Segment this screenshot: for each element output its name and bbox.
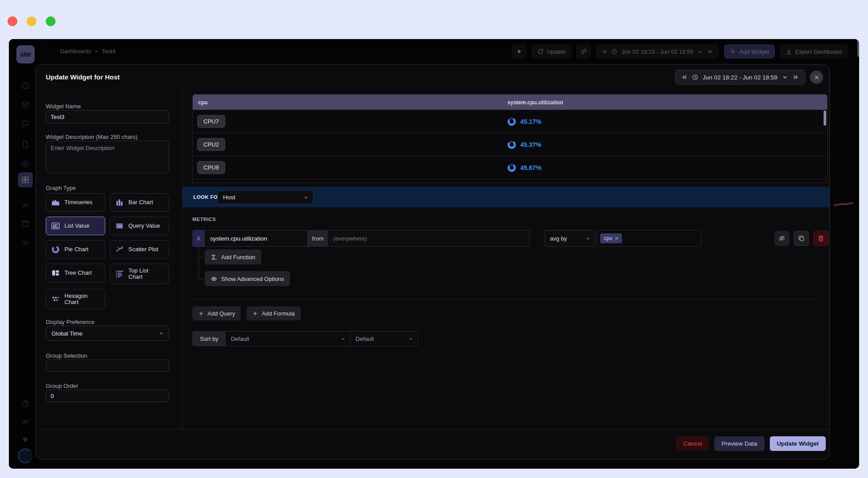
plus-icon bbox=[252, 311, 258, 316]
graph-type-grid: Timeseries Bar Chart List Value 123 Quer… bbox=[46, 193, 169, 309]
section-divider bbox=[192, 299, 820, 300]
cpu-badge: CPU9 bbox=[197, 161, 225, 174]
close-icon bbox=[814, 75, 819, 80]
metrics-section-label: METRICS bbox=[192, 217, 216, 222]
chevron-double-left-icon[interactable] bbox=[681, 74, 688, 80]
group-order-label: Group Order bbox=[46, 383, 78, 389]
sort-field-select[interactable]: Default bbox=[226, 332, 350, 346]
gauge-ring-icon bbox=[506, 115, 518, 127]
chevron-down-icon bbox=[782, 74, 788, 80]
group-by-tags-input[interactable]: cpu bbox=[597, 230, 701, 247]
chevron-down-icon bbox=[408, 336, 413, 341]
top-list-chart-icon bbox=[115, 269, 124, 278]
add-query-button[interactable]: Add Query bbox=[192, 306, 241, 320]
group-order-input[interactable] bbox=[46, 390, 169, 402]
scatter-plot-icon bbox=[115, 245, 124, 254]
chevron-down-icon bbox=[585, 236, 590, 241]
graph-type-top-list-chart[interactable]: Top List Chart bbox=[110, 264, 169, 284]
graph-type-tree-chart[interactable]: Tree Chart bbox=[46, 264, 105, 282]
widget-description-label: Widget Description (Max 250 chars) bbox=[46, 134, 138, 140]
graph-type-timeseries[interactable]: Timeseries bbox=[46, 193, 105, 212]
column-header-cpu[interactable]: cpu bbox=[198, 99, 207, 106]
graph-type-pie-chart[interactable]: Pie Chart bbox=[46, 240, 105, 259]
graph-type-scatter-plot[interactable]: Scatter Plot bbox=[110, 240, 169, 259]
modal-date-range-text: Jun 02 18:22 - Jun 02 18:59 bbox=[703, 74, 777, 81]
copy-icon bbox=[798, 235, 805, 242]
cpu-badge: CPU2 bbox=[197, 138, 225, 151]
gauge-ring-icon bbox=[506, 138, 518, 150]
widget-description-input[interactable] bbox=[46, 141, 169, 174]
eye-icon bbox=[211, 276, 217, 282]
metric-query-row: A from avg by cpu bbox=[192, 230, 530, 247]
table-row[interactable]: CPU9 45.67% bbox=[193, 156, 827, 179]
tree-chart-icon bbox=[51, 269, 60, 277]
utilization-value: 45.37% bbox=[520, 141, 541, 148]
update-widget-button[interactable]: Update Widget bbox=[770, 436, 826, 451]
query-panel: cpu system.cpu.utilization CPU7 45.17% C… bbox=[183, 90, 829, 429]
modal-title: Update Widget for Host bbox=[46, 73, 120, 81]
query-actions bbox=[774, 231, 828, 246]
chevron-down-icon bbox=[341, 336, 346, 341]
widget-config-panel: Widget Name Widget Description (Max 250 … bbox=[36, 90, 183, 429]
screen: MW Dashboards > Test4 bbox=[0, 0, 868, 478]
hide-query-button[interactable] bbox=[774, 231, 789, 246]
look-for-select[interactable]: Host bbox=[217, 190, 314, 204]
chevron-double-right-icon[interactable] bbox=[792, 74, 799, 80]
graph-type-hexagon-chart[interactable]: Hexagon Chart bbox=[46, 289, 105, 309]
update-widget-modal: Update Widget for Host Jun 02 18:22 - Ju… bbox=[36, 64, 830, 459]
query-tree-connector bbox=[199, 257, 205, 257]
zoom-window-button[interactable] bbox=[46, 16, 56, 26]
svg-text:123: 123 bbox=[117, 225, 122, 228]
tag-remove-icon[interactable] bbox=[615, 237, 618, 240]
show-advanced-options-button[interactable]: Show Advanced Options bbox=[205, 271, 290, 286]
modal-header: Update Widget for Host Jun 02 18:22 - Ju… bbox=[36, 65, 829, 90]
hexagon-chart-icon bbox=[51, 295, 60, 304]
sort-by-label: Sort by bbox=[193, 332, 226, 346]
add-function-button[interactable]: Add Function bbox=[205, 249, 261, 265]
metric-name-input[interactable] bbox=[205, 230, 308, 247]
trash-icon bbox=[817, 235, 824, 242]
widget-name-input[interactable] bbox=[46, 110, 169, 123]
table-row[interactable]: CPU2 45.37% bbox=[193, 133, 827, 156]
cancel-button[interactable]: Cancel bbox=[676, 436, 709, 451]
sort-direction-select[interactable]: Default bbox=[350, 332, 418, 346]
display-preference-select[interactable]: Global Time bbox=[46, 326, 169, 341]
bar-chart-icon bbox=[115, 198, 124, 207]
cpu-badge: CPU7 bbox=[197, 115, 225, 128]
list-value-icon bbox=[51, 221, 60, 230]
query-tree-connector bbox=[199, 247, 199, 279]
sigma-icon bbox=[211, 254, 217, 261]
table-scrollbar[interactable] bbox=[824, 111, 826, 126]
aggregation-select[interactable]: avg by bbox=[545, 230, 595, 247]
widget-name-label: Widget Name bbox=[46, 103, 81, 110]
graph-type-bar-chart[interactable]: Bar Chart bbox=[110, 193, 169, 212]
close-window-button[interactable] bbox=[8, 16, 17, 26]
add-formula-button[interactable]: Add Formula bbox=[247, 306, 300, 320]
delete-query-button[interactable] bbox=[813, 231, 828, 246]
gauge-ring-icon bbox=[506, 161, 518, 174]
table-row[interactable]: CPU7 45.17% bbox=[193, 110, 827, 133]
group-selection-label: Group Selection bbox=[46, 352, 87, 359]
look-for-bar: LOOK FOR Host bbox=[183, 187, 829, 207]
table-header: cpu system.cpu.utilization bbox=[193, 95, 827, 110]
duplicate-query-button[interactable] bbox=[794, 231, 809, 246]
modal-close-button[interactable] bbox=[810, 71, 823, 84]
pie-chart-icon bbox=[51, 245, 60, 254]
query-tree-connector bbox=[199, 279, 205, 279]
group-selection-input[interactable] bbox=[46, 359, 169, 372]
modal-date-range[interactable]: Jun 02 18:22 - Jun 02 18:59 bbox=[675, 70, 805, 85]
preview-data-button[interactable]: Preview Data bbox=[714, 436, 764, 451]
chevron-down-icon bbox=[159, 331, 164, 336]
modal-footer: Cancel Preview Data Update Widget bbox=[36, 429, 829, 459]
timeseries-icon bbox=[51, 198, 60, 207]
clock-icon bbox=[692, 74, 698, 80]
graph-type-list-value[interactable]: List Value bbox=[46, 217, 105, 235]
group-by-tag: cpu bbox=[600, 233, 622, 243]
graph-type-query-value[interactable]: 123 Query Value bbox=[110, 217, 169, 235]
utilization-value: 45.67% bbox=[520, 164, 541, 171]
table-row-partial[interactable] bbox=[193, 179, 827, 183]
chevron-down-icon bbox=[303, 195, 309, 200]
filter-input[interactable] bbox=[328, 230, 530, 247]
minimize-window-button[interactable] bbox=[27, 16, 36, 26]
column-header-utilization[interactable]: system.cpu.utilization bbox=[507, 99, 563, 106]
